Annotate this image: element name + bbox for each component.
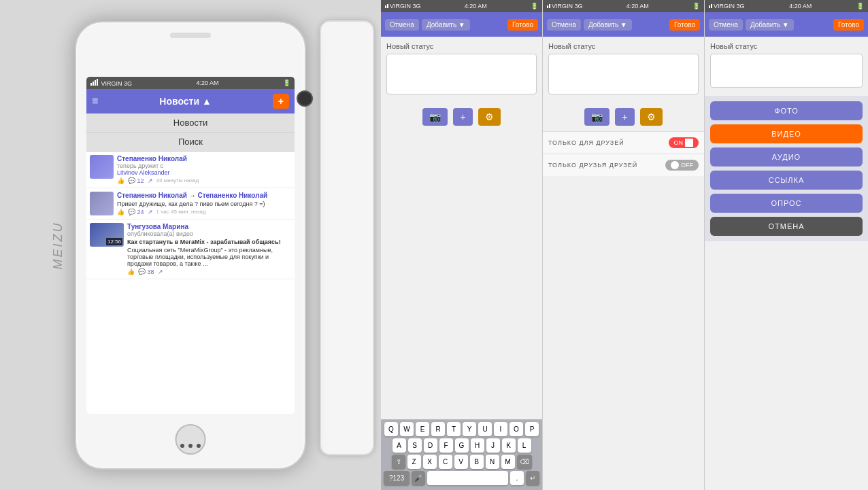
comp1-label: Новый статус xyxy=(386,42,537,50)
media-buttons: ФОТО ВИДЕО АУДИО ССЫЛКА ОПРОС ОТМЕНА xyxy=(705,96,868,241)
c1-key-C[interactable]: C xyxy=(439,455,452,469)
c1-key-X[interactable]: X xyxy=(423,455,437,469)
c1-key-W[interactable]: W xyxy=(400,422,414,436)
comp2-label: Новый статус xyxy=(548,42,699,50)
c1-key-T[interactable]: T xyxy=(447,422,461,436)
feed-content-2: Степаненко Николай → Степаненко Николай … xyxy=(117,192,291,215)
c1-key-enter[interactable]: ↵ xyxy=(526,471,539,485)
screen-composer-2: VIRGIN 3G 4:20 AM 🔋 Отмена Добавить ▼ Го… xyxy=(543,0,705,490)
close-button[interactable]: ОТМЕНА xyxy=(710,217,863,236)
media-add[interactable]: Добавить ▼ xyxy=(746,19,794,31)
feed-name-1: Степаненко Николай xyxy=(117,155,291,162)
c1-key-V[interactable]: V xyxy=(454,455,468,469)
feed-actions-2: 👍 💬 24 ↗ 1 час 45 мин. назад xyxy=(117,209,291,215)
comp1-settings-btn[interactable]: ⚙ xyxy=(478,108,501,126)
c1-key-space[interactable] xyxy=(427,471,508,485)
comp1-keyboard: Q W E R T Y U I O P A S D F G H J K L xyxy=(381,419,542,490)
home-button[interactable] xyxy=(176,424,206,455)
c1-key-backspace[interactable]: ⌫ xyxy=(517,455,532,469)
c1-key-dot[interactable]: . xyxy=(510,471,524,485)
like-btn-3[interactable]: 👍 xyxy=(127,268,135,275)
c1-key-S[interactable]: S xyxy=(408,438,422,453)
comp2-ready[interactable]: Готово xyxy=(669,19,700,31)
comp1-add-media-btn[interactable]: + xyxy=(453,108,472,126)
like-btn-2[interactable]: 👍 xyxy=(117,209,124,215)
like-btn-1[interactable]: 👍 xyxy=(117,177,124,184)
feed-name-2: Степаненко Николай → Степаненко Николай xyxy=(117,192,291,199)
c1-key-M[interactable]: M xyxy=(501,455,515,469)
comp2-settings-btn[interactable]: ⚙ xyxy=(640,108,663,126)
share-btn-2[interactable]: ↗ xyxy=(148,209,153,215)
toggle-friends-friends-off[interactable]: OFF xyxy=(665,160,699,171)
c1-key-K[interactable]: K xyxy=(502,438,516,453)
media-cancel[interactable]: Отмена xyxy=(709,19,743,31)
c1-key-O[interactable]: O xyxy=(510,422,523,436)
c1-key-shift[interactable]: ⇧ xyxy=(392,455,405,469)
c1-key-D[interactable]: D xyxy=(424,438,437,453)
phone-battery: 🔋 xyxy=(283,80,290,86)
c1-key-G[interactable]: G xyxy=(455,438,469,453)
comment-btn-2[interactable]: 💬 24 xyxy=(128,209,144,215)
c1-key-U[interactable]: U xyxy=(478,422,492,436)
c1-key-Y[interactable]: Y xyxy=(463,422,476,436)
media-nav: Отмена Добавить ▼ Готово xyxy=(705,12,868,37)
c1-key-A[interactable]: A xyxy=(393,438,406,453)
c1-key-R[interactable]: R xyxy=(431,422,445,436)
link-button[interactable]: ССЫЛКА xyxy=(710,171,863,190)
c1-key-H[interactable]: H xyxy=(471,438,484,453)
video-time: 12:56 xyxy=(106,238,122,245)
share-btn-3[interactable]: ↗ xyxy=(158,268,163,275)
comp1-tools: 📷 + ⚙ xyxy=(381,103,542,131)
c1-key-N[interactable]: N xyxy=(486,455,499,469)
phone-menu-search[interactable]: Поиск xyxy=(86,133,295,152)
c1-key-mic[interactable]: 🎤 xyxy=(412,471,425,485)
comment-btn-1[interactable]: 💬 12 xyxy=(128,177,144,184)
phone-add-button[interactable]: + xyxy=(273,94,289,109)
feed-text-2: Привет дружище, как дела ? пиво пьем сег… xyxy=(117,200,291,207)
media-status-bar: VIRGIN 3G 4:20 AM 🔋 xyxy=(705,0,868,12)
comp2-camera-btn[interactable]: 📷 xyxy=(584,108,610,126)
comp2-cancel[interactable]: Отмена xyxy=(547,19,581,31)
c1-key-B[interactable]: B xyxy=(470,455,484,469)
second-phone-outline xyxy=(320,20,374,455)
c1-key-Z[interactable]: Z xyxy=(407,455,421,469)
comp2-add[interactable]: Добавить ▼ xyxy=(584,19,632,31)
comp1-cancel[interactable]: Отмена xyxy=(385,19,419,31)
photo-button[interactable]: ФОТО xyxy=(710,101,863,120)
toggle-friends-friends-label: ТОЛЬКО ДРУЗЬЯ ДРУЗЕЙ xyxy=(548,162,637,169)
c1-key-I[interactable]: I xyxy=(494,422,507,436)
c1-key-F[interactable]: F xyxy=(439,438,453,453)
phone-signal: VIRGIN 3G xyxy=(90,79,132,87)
feed-time-1: 33 минуты назад xyxy=(156,177,199,183)
comp1-ready[interactable]: Готово xyxy=(507,19,538,31)
poll-button[interactable]: ОПРОС xyxy=(710,194,863,213)
c1-key-Q[interactable]: Q xyxy=(384,422,398,436)
comp2-add-media-btn[interactable]: + xyxy=(615,108,634,126)
toggle-friends-on[interactable]: ON xyxy=(669,137,699,148)
comp1-textarea[interactable] xyxy=(386,54,537,94)
screen-composer-1: VIRGIN 3G 4:20 AM 🔋 Отмена Добавить ▼ Го… xyxy=(381,0,543,490)
screens-section: VIRGIN 3G 4:20 AM 🔋 mix mega group Забыл… xyxy=(381,0,868,490)
phone-menu-news[interactable]: Новости xyxy=(86,113,295,133)
comp1-add[interactable]: Добавить ▼ xyxy=(422,19,470,31)
media-ready[interactable]: Готово xyxy=(833,19,864,31)
feed-link-1[interactable]: Litvinov Aleksander xyxy=(117,169,291,176)
comp2-textarea[interactable] xyxy=(548,54,699,94)
feed-avatar-2 xyxy=(90,192,114,215)
video-button[interactable]: ВИДЕО xyxy=(710,124,863,143)
phone-nav-title: Новости ▲ xyxy=(159,96,211,107)
comp1-camera-btn[interactable]: 📷 xyxy=(422,108,448,126)
c1-key-J[interactable]: J xyxy=(486,438,500,453)
media-textarea[interactable] xyxy=(710,54,863,88)
c1-key-E[interactable]: E xyxy=(416,422,429,436)
c1-key-123[interactable]: ?123 xyxy=(384,471,410,485)
c1-key-L[interactable]: L xyxy=(518,438,531,453)
toggle-friends-row: ТОЛЬКО ДЛЯ ДРУЗЕЙ ON xyxy=(543,131,704,154)
audio-button[interactable]: АУДИО xyxy=(710,147,863,167)
comment-btn-3[interactable]: 💬 38 xyxy=(138,268,154,275)
feed-text-3: Социальная сеть "МегаMixGroup" - это рек… xyxy=(127,247,291,267)
share-btn-1[interactable]: ↗ xyxy=(148,177,153,184)
menu-icon[interactable]: ≡ xyxy=(92,95,98,107)
comp1-signal: VIRGIN 3G xyxy=(385,3,421,10)
c1-key-P[interactable]: P xyxy=(525,422,539,436)
